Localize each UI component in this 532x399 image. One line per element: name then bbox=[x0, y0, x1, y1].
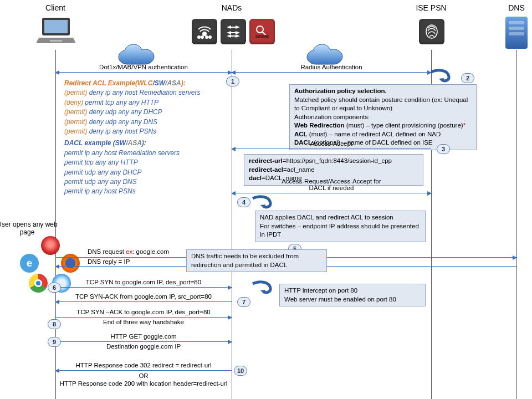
step-badge-1: 1 bbox=[226, 76, 239, 86]
actor-nads-label: NADs bbox=[216, 3, 247, 12]
arrow-tcp-syn: TCP SYN to google.com IP, des_port=80 bbox=[55, 287, 232, 288]
actor-client-label: Client bbox=[39, 3, 72, 12]
arrow-label: TCP SYN-ACK from google.com IP, src_port… bbox=[55, 293, 232, 300]
opera-icon bbox=[41, 236, 60, 255]
arrow-label: Access-Request/Access-Accept for DACL if… bbox=[232, 178, 431, 191]
arrow-tcp-ack: TCP SYN –ACK to google.com IP, des_port=… bbox=[55, 317, 232, 318]
svg-point-7 bbox=[209, 36, 211, 38]
arrow-label: HTTP GET goggle.com bbox=[55, 333, 232, 340]
step-badge-6: 6 bbox=[48, 283, 61, 293]
arrow-label: HTTP Response code 200 with location hea… bbox=[55, 380, 232, 387]
note-title: Authorization policy selection. bbox=[294, 87, 472, 96]
wireless-controller-icon bbox=[192, 19, 217, 44]
acl-row: (permit) deny udp any any DNS bbox=[64, 117, 225, 127]
note-line: Authorization components: bbox=[294, 113, 472, 122]
dacl-row: permit tcp any any HTTP bbox=[64, 158, 225, 167]
dacl-header: DACL example (SW/ASA): bbox=[64, 139, 225, 148]
acl-row: (permit) deny udp any any DHCP bbox=[64, 108, 225, 117]
self-loop-icon bbox=[252, 196, 274, 208]
step-badge-7: 7 bbox=[237, 297, 250, 307]
note-line: Matched policy should contain posture co… bbox=[294, 96, 472, 113]
note-line: redirect-url=https://psn_fqdn:8443/sessi… bbox=[249, 157, 418, 166]
note-line: ACL (must) – name of redirect ACL define… bbox=[294, 130, 472, 139]
note-nad-apply: NAD applies DACL and redirect ACL to ses… bbox=[255, 211, 426, 242]
switch-icon bbox=[221, 19, 246, 44]
note-dns-exclude: DNS traffic needs to be excluded from re… bbox=[186, 249, 327, 272]
svg-point-6 bbox=[206, 36, 208, 38]
self-loop-icon bbox=[430, 70, 452, 82]
note-line: redirect-acl=acl_name bbox=[249, 166, 418, 175]
lifeline-dns bbox=[516, 50, 517, 399]
redirect-acl-block: Redirect ACL Example(WLC/SW/ASA): (permi… bbox=[64, 79, 225, 197]
laptop-icon bbox=[37, 16, 75, 45]
arrow-label: HTTP Response code 302 redirect = redire… bbox=[55, 362, 232, 369]
arrow-radius-auth: Radius Authentication bbox=[232, 72, 431, 73]
dacl-row: permit udp any any DHCP bbox=[64, 168, 225, 177]
fingerprint-icon bbox=[419, 19, 444, 44]
arrow-label: TCP SYN –ACK to google.com IP, des_port=… bbox=[55, 309, 232, 315]
svg-point-5 bbox=[201, 36, 203, 38]
dacl-row: permit ip any host PSNs bbox=[64, 187, 225, 196]
arrow-label: TCP SYN to google.com IP, des_port=80 bbox=[55, 279, 232, 285]
arrow-access-accept: Access-Accept bbox=[232, 149, 431, 149]
note-http-intercept: HTTP intercept on port 80 Web server mus… bbox=[279, 284, 426, 306]
svg-rect-1 bbox=[44, 20, 68, 33]
arrow-label-or: OR bbox=[55, 372, 232, 379]
arrow-label: Radius Authentication bbox=[232, 64, 431, 70]
arrow-label: Dot1x/MAB/VPN authentication bbox=[55, 64, 232, 70]
chrome-icon bbox=[29, 274, 48, 293]
arrow-label: End of three way handshake bbox=[55, 319, 232, 325]
dacl-row: permit ip any host Remediation servers bbox=[64, 149, 225, 158]
arrow-label: Access-Accept bbox=[232, 140, 431, 147]
arrow-label: DNS request ex: google.com bbox=[88, 248, 169, 255]
acl-row: (permit) deny ip any host Remediation se… bbox=[64, 88, 225, 98]
ie-icon bbox=[20, 254, 39, 273]
actor-isepsn-label: ISE PSN bbox=[412, 3, 450, 12]
step-badge-4: 4 bbox=[237, 197, 250, 207]
step-badge-2: 2 bbox=[461, 73, 474, 83]
arrow-label: Destination goggle.com IP bbox=[55, 343, 232, 350]
step-badge-9: 9 bbox=[48, 337, 61, 347]
step-badge-10: 10 bbox=[234, 366, 247, 376]
actor-dns-label: DNS bbox=[503, 3, 530, 12]
svg-point-3 bbox=[203, 32, 206, 35]
dacl-row: permit udp any any DNS bbox=[64, 177, 225, 187]
lifeline-nads bbox=[232, 50, 232, 399]
redirect-acl-header: Redirect ACL Example(WLC/SW/ASA): bbox=[64, 79, 225, 88]
svg-point-4 bbox=[198, 36, 200, 38]
arrow-http-get: HTTP GET goggle.com Destination goggle.c… bbox=[55, 341, 232, 342]
user-opens-page-label: User opens any web page bbox=[0, 221, 58, 236]
note-line: Web Redirection (must) – type client pro… bbox=[294, 121, 472, 130]
arrow-tcp-synack: TCP SYN-ACK from google.com IP, src_port… bbox=[55, 301, 232, 302]
arrow-dacl-request: Access-Request/Access-Accept for DACL if… bbox=[232, 193, 431, 193]
acl-row: (deny) permit tcp any any HTTP bbox=[64, 98, 225, 108]
self-loop-icon bbox=[252, 282, 274, 294]
svg-rect-9 bbox=[255, 35, 269, 38]
step-badge-8: 8 bbox=[48, 319, 61, 329]
svg-rect-2 bbox=[50, 40, 62, 42]
acl-row: (permit) deny ip any host PSNs bbox=[64, 127, 225, 136]
server-icon bbox=[505, 17, 528, 49]
arrow-http-response: HTTP Response code 302 redirect = redire… bbox=[55, 370, 232, 371]
arrow-dot1x-auth: Dot1x/MAB/VPN authentication bbox=[55, 72, 232, 73]
step-badge-3: 3 bbox=[437, 144, 450, 154]
firewall-icon bbox=[249, 19, 275, 44]
arrow-label: DNS reply = IP bbox=[88, 258, 130, 265]
